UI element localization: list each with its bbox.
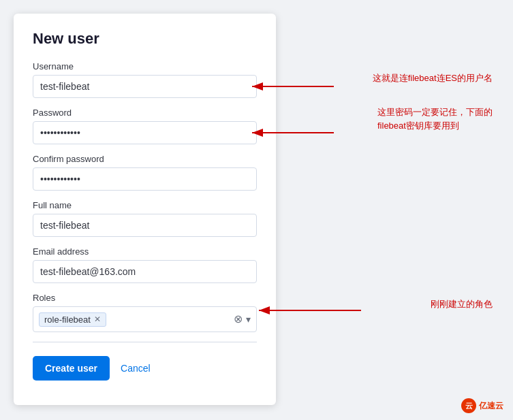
divider bbox=[33, 342, 257, 342]
fullname-input[interactable] bbox=[33, 214, 257, 237]
roles-controls: ⊗ ▾ bbox=[234, 314, 251, 325]
annotation-roles: 刚刚建立的角色 bbox=[431, 297, 493, 311]
role-tag-text: role-filebeat bbox=[44, 314, 91, 325]
password-group: Password bbox=[33, 108, 257, 144]
email-input[interactable] bbox=[33, 260, 257, 283]
roles-label: Roles bbox=[33, 293, 257, 303]
page-background: New user Username Password Confirm passw… bbox=[0, 0, 513, 420]
fullname-label: Full name bbox=[33, 200, 257, 210]
form-actions: Create user Cancel bbox=[33, 356, 257, 381]
password-input[interactable] bbox=[33, 121, 257, 144]
username-input[interactable] bbox=[33, 75, 257, 98]
roles-clear-icon[interactable]: ⊗ bbox=[234, 314, 243, 325]
confirm-password-input[interactable] bbox=[33, 167, 257, 191]
roles-group: Roles role-filebeat ✕ ⊗ ▾ bbox=[33, 293, 257, 332]
annotation-password: 这里密码一定要记住，下面的filebeat密钥库要用到 bbox=[377, 106, 493, 132]
annotation-username: 这就是连filebeat连ES的用户名 bbox=[373, 71, 493, 85]
cancel-button[interactable]: Cancel bbox=[121, 363, 151, 374]
role-tag: role-filebeat ✕ bbox=[39, 312, 106, 327]
watermark-icon: 云 bbox=[461, 398, 476, 413]
modal-title: New user bbox=[33, 30, 257, 48]
roles-input-wrapper[interactable]: role-filebeat ✕ ⊗ ▾ bbox=[33, 306, 257, 332]
watermark-text: 亿速云 bbox=[479, 400, 503, 412]
modal-card: New user Username Password Confirm passw… bbox=[14, 14, 276, 405]
role-tag-close-icon[interactable]: ✕ bbox=[94, 314, 101, 324]
username-group: Username bbox=[33, 61, 257, 98]
create-user-button[interactable]: Create user bbox=[33, 356, 110, 381]
username-label: Username bbox=[33, 61, 257, 71]
roles-chevron-icon[interactable]: ▾ bbox=[246, 314, 251, 324]
watermark: 云 亿速云 bbox=[461, 398, 503, 413]
password-label: Password bbox=[33, 108, 257, 118]
email-label: Email address bbox=[33, 246, 257, 257]
confirm-password-group: Confirm password bbox=[33, 154, 257, 191]
fullname-group: Full name bbox=[33, 200, 257, 237]
confirm-password-label: Confirm password bbox=[33, 154, 257, 164]
email-group: Email address bbox=[33, 246, 257, 283]
